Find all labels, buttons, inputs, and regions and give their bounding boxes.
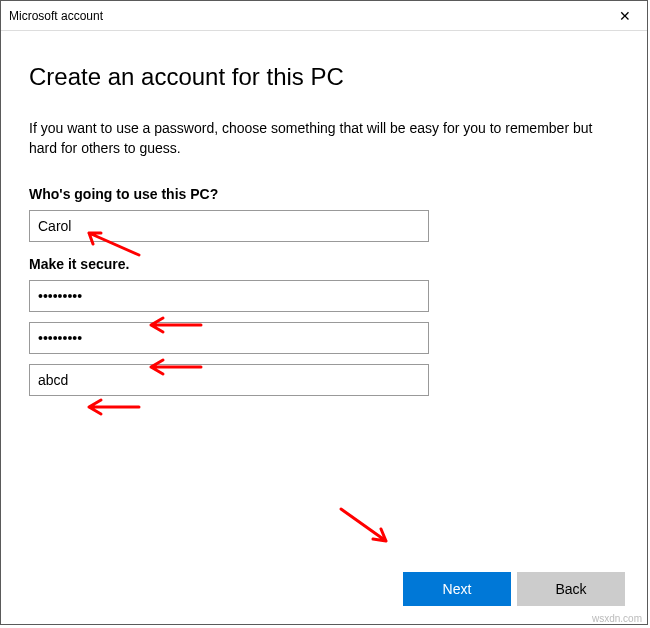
annotation-arrow-icon: [331, 501, 401, 551]
back-button[interactable]: Back: [517, 572, 625, 606]
username-label: Who's going to use this PC?: [29, 186, 619, 202]
password-section-label: Make it secure.: [29, 256, 619, 272]
page-title: Create an account for this PC: [29, 63, 619, 91]
confirm-password-field[interactable]: [29, 322, 429, 354]
close-button[interactable]: ✕: [602, 1, 647, 30]
annotation-arrow-icon: [79, 393, 149, 423]
close-icon: ✕: [619, 8, 631, 24]
dialog-window: Microsoft account ✕ Create an account fo…: [0, 0, 648, 625]
password-hint-field[interactable]: [29, 364, 429, 396]
next-button[interactable]: Next: [403, 572, 511, 606]
watermark: wsxdn.com: [592, 613, 642, 624]
page-subtext: If you want to use a password, choose so…: [29, 119, 599, 158]
username-field[interactable]: [29, 210, 429, 242]
footer-buttons: Next Back: [403, 572, 625, 606]
content-area: Create an account for this PC If you wan…: [1, 31, 647, 624]
password-field[interactable]: [29, 280, 429, 312]
window-title: Microsoft account: [9, 9, 103, 23]
titlebar: Microsoft account ✕: [1, 1, 647, 31]
